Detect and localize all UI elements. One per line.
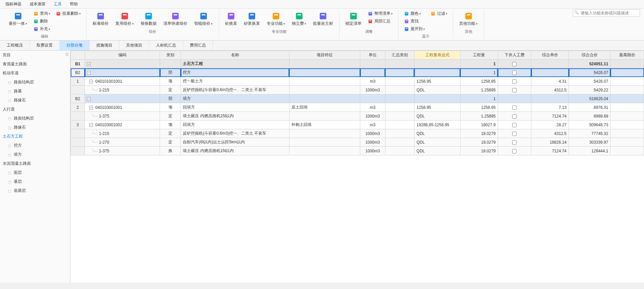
tree-item[interactable]: 路缘石 [0,96,70,105]
ribbon-button[interactable]: 局部汇总 [366,18,395,25]
labor-checkbox[interactable] [512,132,517,136]
tree-item[interactable]: 水泥混凝土路面 [0,159,70,168]
tree-item[interactable]: 挖方 [0,141,70,150]
section-tab[interactable]: 工程概况 [0,41,30,50]
grid-column-header[interactable]: 类别 [160,51,181,60]
labor-checkbox[interactable] [512,114,517,119]
ribbon-button[interactable]: 查找 [402,18,427,25]
grid-column-header[interactable]: 工程量 [460,51,498,60]
grid-row[interactable]: 2 − 040103001001项回填方原土回填m31258.951258.95… [71,103,644,112]
ribbon-button[interactable]: 砼换算 [222,10,240,28]
grid-row[interactable]: 3 − 040103001002项回填方外购土回填m319286.85-1258… [71,121,644,129]
ribbon-button[interactable]: 锁定清单 [343,10,364,28]
tree-item[interactable]: 页目 [0,51,70,60]
labor-checkbox[interactable] [512,88,517,92]
grid-row[interactable]: └─ 1-375定填土碾压 内燃压路机15t以内1000m3QDL1.25895… [71,112,644,121]
grid-row[interactable]: B2−部挖方15426.07 [71,68,644,77]
grid-column-header[interactable]: 工程量表达式 [414,51,460,60]
tree-item[interactable]: 路面结构层 [0,114,70,123]
labor-checkbox[interactable] [512,71,517,75]
section-tab[interactable]: 人材机汇总 [149,41,183,50]
section-tab[interactable]: 取费设置 [30,41,60,50]
tree-item[interactable]: 人行道 [0,105,70,114]
grid-column-header[interactable]: 下井人工费 [498,51,531,60]
tree-item[interactable]: 底基层 [0,186,70,195]
ribbon-button[interactable]: 专业功能 [264,10,288,28]
tree-item[interactable]: 面层 [0,168,70,177]
grid-row[interactable]: └─ 1-215定反铲挖掘机(斗容量0.6m3)挖一、二类土 不装车1000m3… [71,86,644,94]
ribbon-button[interactable]: 其他功能 [457,10,480,28]
ribbon-button[interactable]: 颜色 [402,10,427,17]
tree-item-label: 底基层 [14,188,26,194]
grid-column-header[interactable]: 综合合价 [569,51,610,60]
labor-checkbox[interactable] [512,105,517,110]
collapse-icon[interactable]: − [87,97,91,101]
tree-item[interactable]: 土石方工程 [0,132,70,141]
svg-rect-44 [465,13,472,19]
grid-row[interactable]: 1 − 040101001001项挖一般土方m31258.951258.954.… [71,77,644,86]
ribbon-button[interactable]: 查询 [31,10,52,17]
tree-item[interactable]: 基层 [0,177,70,186]
labor-checkbox[interactable] [512,149,517,153]
ribbon-button[interactable]: 删除 [31,18,52,25]
labor-checkbox[interactable] [512,62,517,66]
ribbon-button[interactable]: 复用组价 [113,10,137,28]
ribbon-button[interactable]: 砂浆换算 [241,10,263,28]
ribbon-button[interactable]: 批量删除 [54,10,83,17]
collapse-icon[interactable]: − [89,123,93,127]
grid-column-header[interactable]: 单位 [360,51,385,60]
bill-grid[interactable]: 编码类别名称项目特征单位汇总类别工程量表达式工程量下井人工费综合单价综合合价最高… [70,51,644,155]
collapse-icon[interactable]: − [89,106,93,110]
ribbon-button[interactable]: 独立费 [289,10,309,28]
sumtype-cell [385,94,414,103]
grid-row[interactable]: B1−土石方工程1524051.11 [71,60,644,68]
grid-column-header[interactable]: 编码 [85,51,160,60]
tree-item[interactable]: 路面结构层 [0,78,70,87]
section-tab[interactable]: 其他项目 [119,41,149,50]
tree-item[interactable]: 路基 [0,87,70,96]
grid-row[interactable]: └─ 1-270定自卸汽车(6t以内)运土运距5km以内1000m3QDL18.… [71,138,644,147]
ribbon-button[interactable]: 过滤 [428,10,449,17]
menu-item[interactable]: 成本测算 [30,1,46,7]
sidebar-collapse-icon[interactable]: ⟨⟨ [65,52,69,57]
collapse-icon[interactable]: − [89,80,93,83]
menu-item[interactable]: 工具 [54,1,62,7]
tree-item[interactable]: 填方 [0,150,70,159]
grid-column-header[interactable] [71,51,85,60]
grid-column-header[interactable]: 汇总类别 [385,51,414,60]
ribbon-button[interactable]: 整理清单 [366,10,395,17]
grid-row[interactable]: └─ 1-375换填土碾压 内燃压路机15t以内1000m3QDL18.0279… [71,147,644,155]
tree-item[interactable]: 路缘石 [0,123,70,132]
collapse-icon[interactable]: − [87,71,91,75]
ribbon-button[interactable]: 批量改主材 [310,10,336,28]
grid-column-header[interactable]: 综合单价 [531,51,569,60]
svg-rect-28 [320,13,326,19]
labor-checkbox[interactable] [512,140,517,145]
section-tab[interactable]: 措施项目 [90,41,119,50]
labor-checkbox[interactable] [512,79,517,84]
labor-cell [498,60,531,68]
ribbon-button[interactable]: 标准组价 [90,10,111,28]
grid-column-header[interactable]: 最高限价 [610,51,644,60]
grid-row[interactable]: B2−部填方1518625.04 [71,94,644,103]
grid-column-header[interactable]: 名称 [181,51,289,60]
toolbar-icon [318,11,328,21]
ribbon-button[interactable]: 替换数据 [138,10,159,28]
grid-column-header[interactable]: 项目特征 [289,51,360,60]
ribbon-button[interactable]: 量价一体 [6,10,30,28]
grid-row[interactable]: └─ 1-215定反铲挖掘机(斗容量0.6m3)挖一、二类土 不装车1000m3… [71,129,644,138]
collapse-icon[interactable]: − [87,62,91,66]
ribbon-button[interactable]: 清单快速组价 [161,10,190,28]
ribbon-button[interactable]: 智能组价 [192,10,215,28]
ribbon-button[interactable]: 展开到 [402,25,427,32]
limit-cell [610,103,644,112]
labor-checkbox[interactable] [512,123,517,127]
ribbon-button[interactable]: 补充 [31,25,52,32]
tree-item[interactable]: 青混凝土路面 [0,60,70,69]
section-tab[interactable]: 费用汇总 [183,41,213,50]
menu-item[interactable]: 指标神器 [5,1,21,7]
tree-item[interactable]: 机动车道 [0,69,70,78]
section-tab[interactable]: 分部分项 [60,41,90,50]
search-input[interactable] [573,9,640,17]
menu-item[interactable]: 帮助 [70,1,78,7]
